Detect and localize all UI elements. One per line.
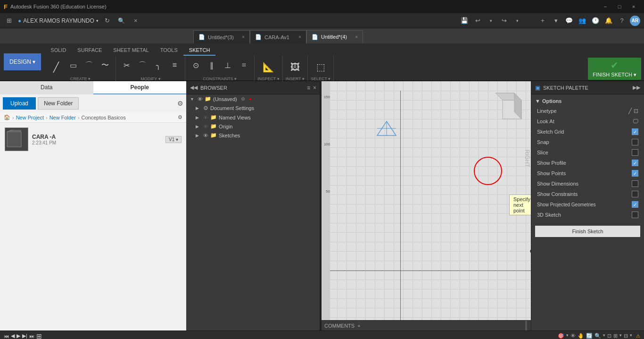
show-profile-checkbox[interactable]: [632, 160, 638, 166]
env-dropdown-icon[interactable]: ▾: [630, 333, 632, 339]
panel-divider[interactable]: [320, 81, 322, 331]
browser-item-named-views[interactable]: ▶ 👁 📁 Named Views: [186, 113, 320, 122]
finish-sketch-button[interactable]: ✔ FINISH SKETCH ▾: [588, 58, 641, 80]
offset-tool[interactable]: ≡: [167, 58, 182, 73]
show-constraints-checkbox[interactable]: [632, 191, 638, 197]
3d-sketch-checkbox[interactable]: [632, 212, 638, 218]
browser-close-icon[interactable]: ×: [313, 85, 316, 91]
redo-icon[interactable]: ↪: [499, 16, 509, 26]
grid-display-icon[interactable]: ⊡: [607, 333, 611, 339]
tab-list-icon[interactable]: ▾: [551, 16, 561, 26]
maximize-button[interactable]: □: [613, 2, 626, 11]
orbit-dropdown-icon[interactable]: ▾: [566, 333, 569, 339]
pan-icon[interactable]: 🤚: [578, 333, 584, 339]
browser-item-origin[interactable]: ▶ 👁 📁 Origin: [186, 122, 320, 131]
look-icon[interactable]: 👁: [570, 333, 576, 339]
avatar[interactable]: AR: [630, 16, 640, 26]
look-at-icon[interactable]: 🖵: [633, 118, 638, 125]
notification-icon[interactable]: 🔔: [603, 16, 614, 26]
orbit-icon[interactable]: 🎯: [558, 333, 564, 339]
home-icon[interactable]: 🏠: [4, 114, 10, 120]
tab-tools[interactable]: TOOLS: [155, 45, 183, 56]
parallel-tool[interactable]: ∥: [204, 58, 219, 73]
play-prev-button[interactable]: ◀: [11, 333, 15, 339]
tab-close-icon[interactable]: ×: [298, 34, 301, 40]
finish-sketch-palette-button[interactable]: Finish Sketch: [535, 226, 640, 237]
browser-menu-icon[interactable]: ≡: [307, 85, 310, 91]
play-first-button[interactable]: ⏮: [4, 333, 9, 339]
warning-icon[interactable]: ⚠: [636, 333, 640, 339]
equal-tool[interactable]: =: [236, 58, 251, 73]
zoom-dropdown-icon[interactable]: ▾: [603, 333, 605, 339]
collab-icon[interactable]: 👥: [577, 16, 587, 26]
breadcrumb-folder[interactable]: New Folder: [50, 115, 76, 120]
navigation-cube[interactable]: [493, 91, 531, 128]
close-button[interactable]: ×: [627, 2, 640, 11]
display-dropdown-icon[interactable]: ▾: [619, 333, 622, 339]
fillet-tool[interactable]: ╮: [151, 58, 166, 73]
show-points-checkbox[interactable]: [632, 170, 638, 177]
tab-cara-av1[interactable]: 📄 CARA-Av1 ×: [250, 30, 306, 43]
eye-icon[interactable]: 👁: [198, 96, 203, 102]
eye-icon[interactable]: 👁: [203, 124, 208, 129]
history-icon[interactable]: 🕐: [590, 16, 601, 26]
tab-untitled4[interactable]: 📄 Untitled*(4) ×: [306, 30, 363, 43]
linetype-icon1[interactable]: ╱: [628, 108, 632, 114]
line-tool[interactable]: ╱: [48, 58, 65, 76]
design-button[interactable]: DESIGN ▾: [4, 53, 41, 70]
tab-surface[interactable]: SURFACE: [72, 45, 107, 56]
comments-divider[interactable]: [525, 321, 527, 331]
breadcrumb-settings-icon[interactable]: ⚙: [178, 114, 182, 120]
perpendicular-tool[interactable]: ⊥: [220, 58, 235, 73]
select-tool[interactable]: ⬚: [312, 58, 329, 76]
tab-add-icon[interactable]: +: [537, 16, 548, 26]
tab-sketch[interactable]: SKETCH: [183, 45, 216, 56]
play-last-button[interactable]: ⏭: [29, 333, 34, 339]
eye-icon[interactable]: 👁: [203, 133, 208, 138]
comments-add-icon[interactable]: +: [357, 323, 360, 329]
display-mode-icon[interactable]: ⊞: [613, 333, 618, 339]
show-dimensions-checkbox[interactable]: [632, 180, 638, 187]
options-header[interactable]: ▼ Options: [531, 96, 644, 106]
tab-untitled3[interactable]: 📄 Untitled*(3) ×: [193, 30, 250, 43]
play-next-button[interactable]: ▶|: [22, 333, 27, 339]
canvas-area[interactable]: ◀◀ BROWSER ≡ × ▼ 👁 📁 (Unsaved) ⚙ ● ▶ ⚙ D…: [186, 81, 531, 331]
panel-settings-button[interactable]: ⚙: [177, 100, 183, 107]
expand-arrow-icon[interactable]: ▶: [196, 106, 201, 110]
arc-tool[interactable]: ⌒: [82, 58, 97, 73]
extend-tool[interactable]: ⌒: [135, 58, 150, 73]
minimize-button[interactable]: −: [599, 2, 612, 11]
play-button[interactable]: ▶: [17, 333, 20, 339]
tab-data[interactable]: Data: [0, 81, 93, 94]
refresh-icon[interactable]: ↻: [102, 16, 113, 26]
new-folder-button[interactable]: New Folder: [38, 97, 79, 110]
gear-icon[interactable]: ⚙: [241, 96, 245, 102]
grid-icon[interactable]: ⊞: [4, 16, 14, 26]
slice-checkbox[interactable]: [632, 149, 638, 156]
user-name[interactable]: ALEX RAMOS RAYMUNDO: [23, 17, 94, 24]
timeline-icon[interactable]: ⊞: [36, 332, 42, 339]
tab-sheet-metal[interactable]: SHEET METAL: [107, 45, 154, 56]
file-item[interactable]: CARA -A 2:23:41 PM V1 ▾: [3, 126, 183, 153]
inspect-tool[interactable]: 📐: [260, 58, 277, 76]
show-projected-geometries-checkbox[interactable]: [632, 201, 638, 208]
zoom-icon[interactable]: 🔄: [586, 333, 593, 339]
browser-collapse-icon[interactable]: ◀◀: [190, 85, 198, 91]
close-icon[interactable]: ×: [131, 16, 141, 26]
browser-item-document-settings[interactable]: ▶ ⚙ Document Settings: [186, 103, 320, 113]
eye-icon[interactable]: 👁: [203, 115, 208, 120]
search-icon[interactable]: 🔍: [116, 16, 127, 26]
browser-item-root[interactable]: ▼ 👁 📁 (Unsaved) ⚙ ●: [186, 94, 320, 103]
sketch-area[interactable]: Specify next point RIGHT: [330, 91, 531, 331]
undo-dropdown-icon[interactable]: ▾: [486, 16, 496, 26]
insert-tool[interactable]: 🖼: [287, 58, 304, 76]
browser-item-sketches[interactable]: ▶ 👁 📁 Sketches: [186, 131, 320, 140]
help-icon[interactable]: ?: [617, 16, 627, 26]
breadcrumb-project[interactable]: New Project: [16, 115, 44, 120]
linetype-icon2[interactable]: ⊡: [634, 108, 638, 114]
expand-arrow-icon[interactable]: ▶: [196, 115, 201, 120]
save-icon[interactable]: 💾: [459, 16, 470, 26]
file-version[interactable]: V1 ▾: [165, 136, 182, 143]
tab-people[interactable]: People: [93, 81, 187, 94]
rectangle-tool[interactable]: ▭: [66, 58, 81, 73]
